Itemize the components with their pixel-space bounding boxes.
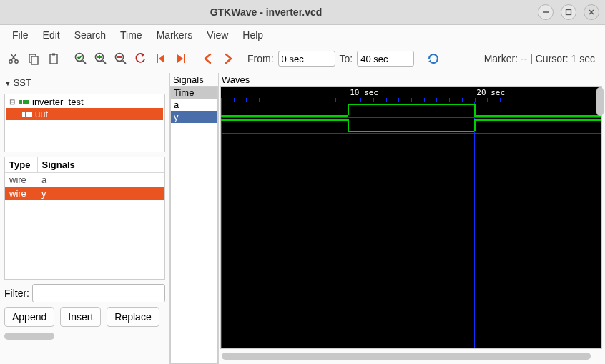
svg-rect-1 xyxy=(566,10,571,15)
to-label: To: xyxy=(340,53,353,64)
svg-rect-28 xyxy=(29,112,32,117)
menu-view[interactable]: View xyxy=(200,27,235,43)
col-type[interactable]: Type xyxy=(5,157,37,173)
to-input[interactable] xyxy=(357,51,414,67)
svg-point-5 xyxy=(15,60,18,63)
list-item[interactable]: a xyxy=(171,99,217,111)
filter-label: Filter: xyxy=(4,287,29,299)
svg-line-7 xyxy=(11,54,16,60)
waves-title: Waves xyxy=(220,74,602,86)
next-edge-icon[interactable] xyxy=(220,51,236,67)
replace-button[interactable]: Replace xyxy=(107,307,159,327)
menu-time[interactable]: Time xyxy=(114,27,149,43)
svg-rect-25 xyxy=(26,100,29,104)
tree-label: uut xyxy=(35,109,48,119)
close-button[interactable] xyxy=(584,4,599,20)
col-signals[interactable]: Signals xyxy=(37,157,164,173)
signal-type-table[interactable]: Type Signals wire a wire y xyxy=(4,157,165,280)
filter-input[interactable] xyxy=(32,284,165,302)
hierarchy-tree[interactable]: ⊟ inverter_test uut xyxy=(4,94,165,152)
svg-rect-23 xyxy=(19,100,22,104)
toolbar: From: To: Marker: -- | Cursor: 1 sec xyxy=(0,44,605,73)
waves-pane: Waves 10 sec20 sec xyxy=(219,73,605,364)
signals-list[interactable]: Time a y xyxy=(170,86,218,364)
module-icon xyxy=(19,99,29,106)
sst-title[interactable]: SST xyxy=(4,76,165,89)
menu-search[interactable]: Search xyxy=(68,27,112,43)
svg-rect-26 xyxy=(22,112,25,117)
from-input[interactable] xyxy=(278,51,335,67)
marker-cursor-status: Marker: -- | Cursor: 1 sec xyxy=(484,53,595,64)
table-row[interactable]: wire y xyxy=(5,187,164,200)
paste-icon[interactable] xyxy=(46,51,62,67)
menu-help[interactable]: Help xyxy=(236,27,270,43)
svg-rect-10 xyxy=(50,54,57,64)
svg-point-4 xyxy=(9,60,12,63)
reload-icon[interactable] xyxy=(426,51,441,67)
expander-icon[interactable]: ⊟ xyxy=(8,98,16,106)
prev-edge-icon[interactable] xyxy=(200,51,216,67)
tree-row-inverter-test[interactable]: ⊟ inverter_test xyxy=(6,96,163,108)
goto-end-icon[interactable] xyxy=(173,51,189,67)
minimize-button[interactable] xyxy=(538,4,554,20)
zoom-out-icon[interactable] xyxy=(113,51,129,67)
svg-line-15 xyxy=(103,61,107,64)
zoom-fit-icon[interactable] xyxy=(73,51,89,67)
zoom-undo-icon[interactable] xyxy=(133,51,149,67)
menu-file[interactable]: File xyxy=(6,27,35,43)
svg-line-13 xyxy=(83,61,87,64)
sst-pane: SST ⊟ inverter_test uut Type Signals wir… xyxy=(0,73,170,364)
maximize-button[interactable] xyxy=(561,4,576,20)
list-item[interactable]: Time xyxy=(171,87,217,99)
from-label: From: xyxy=(247,53,274,64)
tree-label: inverter_test xyxy=(32,97,84,107)
horizontal-scrollbar[interactable] xyxy=(222,353,591,360)
svg-line-6 xyxy=(11,54,16,60)
copy-icon[interactable] xyxy=(26,51,41,67)
list-item[interactable]: y xyxy=(171,111,217,123)
menu-markers[interactable]: Markers xyxy=(150,27,200,43)
insert-button[interactable]: Insert xyxy=(60,307,101,327)
zoom-in-icon[interactable] xyxy=(93,51,109,67)
module-icon xyxy=(22,111,32,118)
vertical-scrollbar[interactable] xyxy=(596,87,604,116)
svg-rect-11 xyxy=(52,54,55,56)
menu-bar: File Edit Search Time Markers View Help xyxy=(0,25,605,44)
menu-edit[interactable]: Edit xyxy=(36,27,67,43)
svg-line-19 xyxy=(123,61,127,64)
signals-title: Signals xyxy=(170,74,218,86)
svg-point-12 xyxy=(76,54,84,62)
horizontal-scrollbar[interactable] xyxy=(4,333,54,340)
svg-rect-9 xyxy=(31,56,38,64)
tree-row-uut[interactable]: uut xyxy=(6,108,163,120)
append-button[interactable]: Append xyxy=(4,307,54,327)
svg-rect-27 xyxy=(26,112,29,117)
svg-rect-24 xyxy=(23,100,26,104)
title-bar: GTKWave - inverter.vcd xyxy=(0,0,605,25)
table-row[interactable]: wire a xyxy=(5,173,164,187)
signals-column: Signals Time a y xyxy=(170,73,219,364)
window-title: GTKWave - inverter.vcd xyxy=(0,6,532,18)
waveform-viewer[interactable]: 10 sec20 sec xyxy=(220,86,602,349)
cut-icon[interactable] xyxy=(6,51,21,67)
goto-start-icon[interactable] xyxy=(153,51,169,67)
